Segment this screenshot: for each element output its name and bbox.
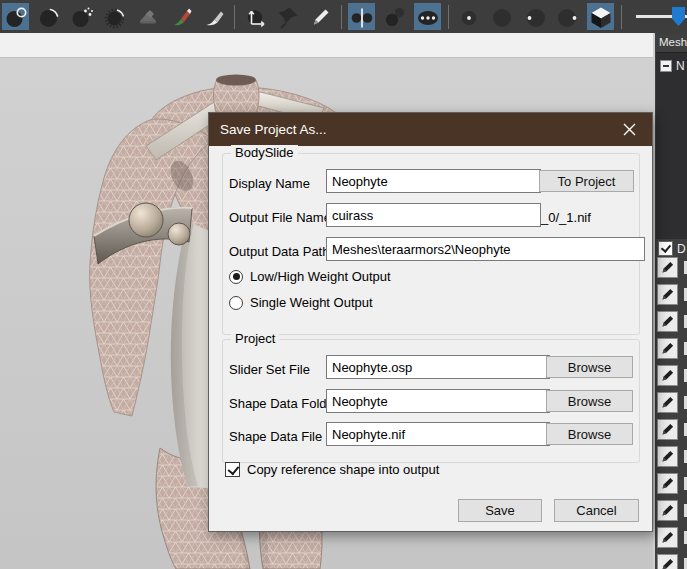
slider-row bbox=[655, 527, 687, 549]
slider-edit-button[interactable] bbox=[657, 500, 678, 521]
slider-set-input[interactable] bbox=[326, 355, 550, 379]
slider-edit-button[interactable] bbox=[657, 419, 678, 440]
flatten-brush-icon bbox=[136, 5, 160, 29]
inflate-brush-icon bbox=[70, 5, 94, 29]
toolbar-separator bbox=[341, 5, 342, 29]
browse-shape-folder-button[interactable]: Browse bbox=[546, 390, 633, 412]
shape-file-label: Shape Data File bbox=[229, 429, 322, 444]
slider-edit-button[interactable] bbox=[657, 338, 678, 359]
smooth-brush-icon bbox=[37, 5, 61, 29]
save-project-dialog: Save Project As... BodySlide Display Nam… bbox=[208, 112, 653, 532]
meshes-panel: Mesh N D bbox=[653, 33, 687, 569]
copy-reference-checkbox[interactable] bbox=[225, 462, 240, 477]
flatten-brush-button[interactable] bbox=[134, 3, 161, 30]
shape-folder-label: Shape Data Folder bbox=[229, 396, 338, 411]
to-project-button[interactable]: To Project bbox=[539, 170, 634, 192]
tree-collapse-icon[interactable] bbox=[660, 60, 672, 72]
secondary-bar bbox=[0, 33, 655, 58]
low-high-weight-label: Low/High Weight Output bbox=[250, 269, 391, 284]
copy-reference-label: Copy reference shape into output bbox=[247, 462, 439, 477]
slider-row bbox=[655, 473, 687, 495]
pencil-icon bbox=[660, 476, 675, 491]
mask-brush-button[interactable] bbox=[2, 3, 29, 30]
single-weight-radio[interactable] bbox=[229, 296, 243, 310]
pencil-icon bbox=[660, 530, 675, 545]
dialog-titlebar: Save Project As... bbox=[209, 113, 652, 146]
browse-slider-set-button[interactable]: Browse bbox=[546, 356, 633, 378]
pin-tool-icon bbox=[276, 5, 300, 29]
display-checkbox-row[interactable]: D bbox=[658, 241, 686, 256]
slider-edit-button[interactable] bbox=[657, 527, 678, 548]
pencil-icon bbox=[660, 314, 675, 329]
slider-set-label: Slider Set File bbox=[229, 362, 310, 377]
pin-tool-button[interactable] bbox=[274, 3, 301, 30]
weld-vertices-tool-button[interactable] bbox=[381, 3, 408, 30]
toolbar-separator bbox=[448, 5, 449, 29]
output-path-label: Output Data Path bbox=[229, 244, 329, 259]
slider-row bbox=[655, 257, 687, 279]
brush-focus-right-button[interactable] bbox=[554, 3, 581, 30]
color-brush-button[interactable] bbox=[167, 3, 194, 30]
cancel-button[interactable]: Cancel bbox=[554, 499, 639, 522]
slider-row bbox=[655, 311, 687, 333]
single-weight-radio-row[interactable]: Single Weight Output bbox=[229, 295, 373, 310]
meshes-tree-node[interactable]: N bbox=[660, 59, 685, 73]
bodyslide-group-label: BodySlide bbox=[231, 145, 298, 160]
smooth-brush-button[interactable] bbox=[35, 3, 62, 30]
low-high-weight-radio-row[interactable]: Low/High Weight Output bbox=[229, 269, 391, 284]
slider-edit-button[interactable] bbox=[657, 284, 678, 305]
vertex-edit-tool-icon bbox=[350, 5, 374, 29]
connected-vertices-tool-icon bbox=[416, 5, 440, 29]
brush-focus-left-button[interactable] bbox=[521, 3, 548, 30]
shape-file-input[interactable] bbox=[326, 422, 550, 446]
slider-row bbox=[655, 365, 687, 387]
browse-shape-file-button[interactable]: Browse bbox=[546, 423, 633, 445]
slider-edit-button[interactable] bbox=[657, 257, 678, 278]
single-weight-label: Single Weight Output bbox=[250, 295, 373, 310]
slider-edit-button[interactable] bbox=[657, 311, 678, 332]
alpha-brush-button[interactable] bbox=[200, 3, 227, 30]
weld-vertices-tool-icon bbox=[383, 5, 407, 29]
slider-thumb[interactable] bbox=[672, 7, 685, 26]
pencil-icon bbox=[660, 449, 675, 464]
inflate-brush-button[interactable] bbox=[68, 3, 95, 30]
vertex-edit-tool-button[interactable] bbox=[348, 3, 375, 30]
edit-pencil-tool-button[interactable] bbox=[307, 3, 334, 30]
outfit-studio-window: Mesh N D Save Project As... BodySlide bbox=[0, 0, 687, 569]
toggle-cube-view-button[interactable] bbox=[587, 3, 614, 30]
slider-edit-button[interactable] bbox=[657, 365, 678, 386]
tree-node-label: N bbox=[676, 59, 685, 73]
transform-tool-button[interactable] bbox=[241, 3, 268, 30]
pencil-icon bbox=[660, 557, 675, 569]
slider-row bbox=[655, 446, 687, 468]
slider-edit-button[interactable] bbox=[657, 392, 678, 413]
save-button[interactable]: Save bbox=[458, 499, 542, 522]
slider-edit-button[interactable] bbox=[657, 554, 678, 569]
display-checkbox-label: D bbox=[677, 242, 686, 256]
slider-edit-button[interactable] bbox=[657, 473, 678, 494]
spike-brush-button[interactable] bbox=[101, 3, 128, 30]
display-name-input[interactable] bbox=[326, 169, 541, 193]
slider-row bbox=[655, 554, 687, 569]
mask-brush-icon bbox=[4, 5, 28, 29]
brush-focus-right-icon bbox=[556, 5, 580, 29]
low-high-weight-radio[interactable] bbox=[229, 270, 243, 284]
pencil-icon bbox=[660, 287, 675, 302]
output-file-suffix: _0/_1.nif bbox=[541, 210, 591, 225]
close-button[interactable] bbox=[607, 113, 652, 146]
slider-row bbox=[655, 419, 687, 441]
output-path-input[interactable] bbox=[326, 237, 645, 261]
close-icon bbox=[623, 123, 636, 136]
slider-edit-button[interactable] bbox=[657, 446, 678, 467]
brush-full-button[interactable] bbox=[488, 3, 515, 30]
brush-focus-center-button[interactable] bbox=[455, 3, 482, 30]
brush-size-slider[interactable] bbox=[636, 3, 687, 30]
display-checkbox[interactable] bbox=[658, 241, 673, 256]
connected-vertices-tool-button[interactable] bbox=[414, 3, 441, 30]
toggle-cube-view-icon bbox=[589, 5, 613, 29]
shape-folder-input[interactable] bbox=[326, 389, 550, 413]
copy-reference-row[interactable]: Copy reference shape into output bbox=[225, 462, 439, 477]
output-file-input[interactable] bbox=[326, 203, 541, 227]
pencil-icon bbox=[660, 422, 675, 437]
spike-brush-icon bbox=[103, 5, 127, 29]
